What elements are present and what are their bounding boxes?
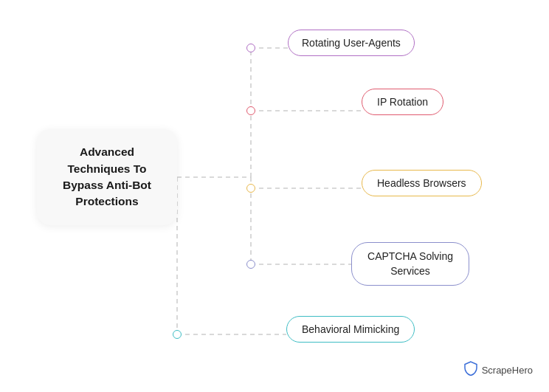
center-box-text: Advanced Techniques To Bypass Anti-Bot P… (49, 144, 165, 210)
label-rotating-user-agents: Rotating User-Agents (288, 30, 415, 56)
dot-behavioral (173, 330, 182, 339)
label-ip-rotation: IP Rotation (362, 89, 443, 115)
center-box: Advanced Techniques To Bypass Anti-Bot P… (37, 129, 177, 225)
dot-ip-rotation (246, 106, 255, 115)
label-headless-browsers: Headless Browsers (362, 170, 482, 196)
shield-icon (464, 361, 477, 379)
dot-rotating-user-agents (246, 44, 255, 52)
dot-headless-browsers (246, 184, 255, 193)
dot-captcha (246, 260, 255, 269)
label-captcha: CAPTCHA Solving Services (351, 242, 469, 286)
logo: ScrapeHero (464, 361, 533, 379)
diagram-container: Advanced Techniques To Bypass Anti-Bot P… (0, 0, 549, 392)
label-behavioral: Behavioral Mimicking (286, 316, 415, 343)
logo-text: ScrapeHero (482, 365, 533, 376)
